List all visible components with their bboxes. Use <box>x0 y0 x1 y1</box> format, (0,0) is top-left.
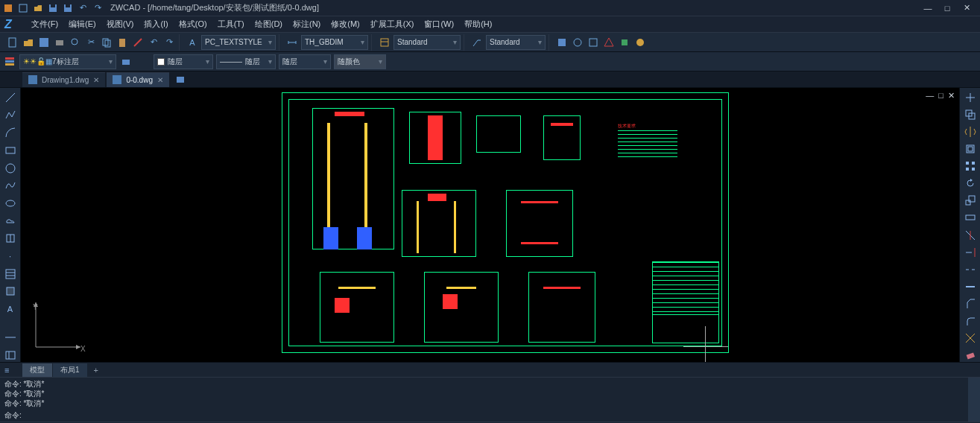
extend-tool-icon[interactable] <box>963 246 978 258</box>
linetype-dropdown[interactable]: ———随层▾ <box>216 54 276 69</box>
erase-tool-icon[interactable] <box>963 349 978 362</box>
color-dropdown[interactable]: 随层▾ <box>154 54 213 69</box>
ellipse-tool-icon[interactable] <box>3 197 18 210</box>
layer-manager-icon[interactable] <box>3 55 16 69</box>
menu-edit[interactable]: 编辑(E) <box>64 17 101 31</box>
menu-modify[interactable]: 修改(M) <box>326 17 364 31</box>
array-tool-icon[interactable] <box>963 160 978 173</box>
menu-draw[interactable]: 绘图(D) <box>250 17 287 31</box>
mleader-icon[interactable] <box>470 36 484 49</box>
new-tab-icon[interactable] <box>174 73 187 86</box>
doc-tab-0-0[interactable]: 0-0.dwg ✕ <box>107 72 169 87</box>
menu-express[interactable]: 扩展工具(X) <box>366 17 419 31</box>
block-tool-icon[interactable] <box>3 232 18 245</box>
dimstyle-icon[interactable] <box>285 36 299 49</box>
redo-icon[interactable]: ↷ <box>92 3 103 13</box>
redo-icon-2[interactable]: ↷ <box>162 36 176 49</box>
menu-view[interactable]: 视图(V) <box>102 17 139 31</box>
copy-tool-icon[interactable] <box>963 108 978 121</box>
tool-icon-6[interactable] <box>633 36 647 49</box>
menu-help[interactable]: 帮助(H) <box>460 17 496 31</box>
point-tool-icon[interactable]: · <box>3 249 18 263</box>
spline-tool-icon[interactable] <box>3 179 18 192</box>
textstyle-dropdown[interactable]: PC_TEXTSTYLE▾ <box>201 35 276 50</box>
copy-icon[interactable] <box>100 36 113 49</box>
hatch-tool-icon[interactable] <box>3 267 18 281</box>
viewport-maximize-icon[interactable]: □ <box>938 91 943 101</box>
print-icon[interactable] <box>53 36 66 49</box>
add-layout-icon[interactable]: + <box>88 364 104 376</box>
close-tab-icon[interactable]: ✕ <box>157 76 163 84</box>
dimstyle-dropdown[interactable]: TH_GBDIM▾ <box>301 35 368 50</box>
rotate-tool-icon[interactable] <box>963 177 978 190</box>
undo-icon[interactable]: ↶ <box>78 3 88 13</box>
menu-window[interactable]: 窗口(W) <box>420 17 458 31</box>
layout1-tab[interactable]: 布局1 <box>53 363 87 377</box>
menu-insert[interactable]: 插入(I) <box>139 17 172 31</box>
break-tool-icon[interactable] <box>963 263 978 276</box>
command-scrollbar[interactable] <box>968 378 980 422</box>
explode-tool-icon[interactable] <box>963 332 978 345</box>
tool-icon-1[interactable] <box>555 36 569 49</box>
line-tool-icon[interactable] <box>3 91 18 104</box>
maximize-button[interactable]: □ <box>941 2 953 14</box>
new-icon[interactable] <box>18 3 28 13</box>
table-tool-icon[interactable] <box>3 349 18 362</box>
doc-tab-drawing1[interactable]: Drawing1.dwg ✕ <box>22 72 105 87</box>
tablestyle-dropdown[interactable]: Standard▾ <box>393 35 461 50</box>
rect-tool-icon[interactable] <box>3 144 18 157</box>
polyline-tool-icon[interactable] <box>3 109 18 122</box>
viewport-close-icon[interactable]: ✕ <box>948 91 955 101</box>
cloud-tool-icon[interactable] <box>3 214 18 228</box>
app-menu-icon[interactable] <box>3 3 13 13</box>
menu-format[interactable]: 格式(O) <box>174 17 212 31</box>
tool-icon-5[interactable] <box>618 36 631 49</box>
tool-icon-3[interactable] <box>587 36 600 49</box>
plotstyle-dropdown[interactable]: 随颜色▾ <box>334 54 386 69</box>
open-icon[interactable] <box>33 3 43 13</box>
join-tool-icon[interactable] <box>963 280 978 293</box>
close-button[interactable]: ✕ <box>961 2 973 14</box>
arc-tool-icon[interactable] <box>3 126 18 139</box>
new-doc-icon[interactable] <box>6 36 19 49</box>
undo-icon-2[interactable]: ↶ <box>147 36 160 49</box>
circle-tool-icon[interactable] <box>3 162 18 175</box>
menu-tools[interactable]: 工具(T) <box>213 17 249 31</box>
text-tool-icon[interactable]: A <box>3 302 18 316</box>
close-tab-icon[interactable]: ✕ <box>93 76 99 84</box>
model-tab[interactable]: 模型 <box>22 363 52 377</box>
move-tool-icon[interactable] <box>963 91 978 104</box>
region-tool-icon[interactable] <box>3 284 18 298</box>
textstyle-icon[interactable]: A <box>186 36 199 49</box>
paste-icon[interactable] <box>116 36 129 49</box>
open-doc-icon[interactable] <box>22 36 35 49</box>
stretch-tool-icon[interactable] <box>963 212 978 224</box>
tablestyle-icon[interactable] <box>378 36 391 49</box>
offset-tool-icon[interactable] <box>963 142 978 155</box>
preview-icon[interactable] <box>69 36 82 49</box>
scale-tool-icon[interactable] <box>963 194 978 207</box>
trim-tool-icon[interactable] <box>963 229 978 241</box>
layout-menu-icon[interactable]: ≡ <box>4 366 9 375</box>
layer-prev-icon[interactable] <box>119 55 133 69</box>
fillet-tool-icon[interactable] <box>963 315 978 328</box>
save-icon[interactable] <box>48 3 58 13</box>
xline-tool-icon[interactable] <box>3 331 18 345</box>
match-icon[interactable] <box>131 36 145 49</box>
save-doc-icon[interactable] <box>37 36 51 49</box>
menu-dimension[interactable]: 标注(N) <box>288 17 325 31</box>
mleader-dropdown[interactable]: Standard▾ <box>486 35 546 50</box>
tool-icon-2[interactable] <box>571 36 584 49</box>
chamfer-tool-icon[interactable] <box>963 298 978 311</box>
save-icon-2[interactable] <box>63 3 73 13</box>
cut-icon[interactable]: ✂ <box>84 36 98 49</box>
command-input-row[interactable]: 命令: <box>0 410 968 422</box>
drawing-canvas[interactable]: — □ ✕ 技术要求 <box>21 88 959 362</box>
menu-file[interactable]: 文件(F) <box>27 17 63 31</box>
layer-dropdown[interactable]: ☀☀🔓▦ 7标注层▾ <box>19 54 116 69</box>
mirror-tool-icon[interactable] <box>963 125 978 138</box>
lineweight-dropdown[interactable]: 随层▾ <box>279 54 331 69</box>
viewport-minimize-icon[interactable]: — <box>926 91 934 101</box>
tool-icon-4[interactable] <box>602 36 616 49</box>
minimize-button[interactable]: — <box>922 2 934 14</box>
